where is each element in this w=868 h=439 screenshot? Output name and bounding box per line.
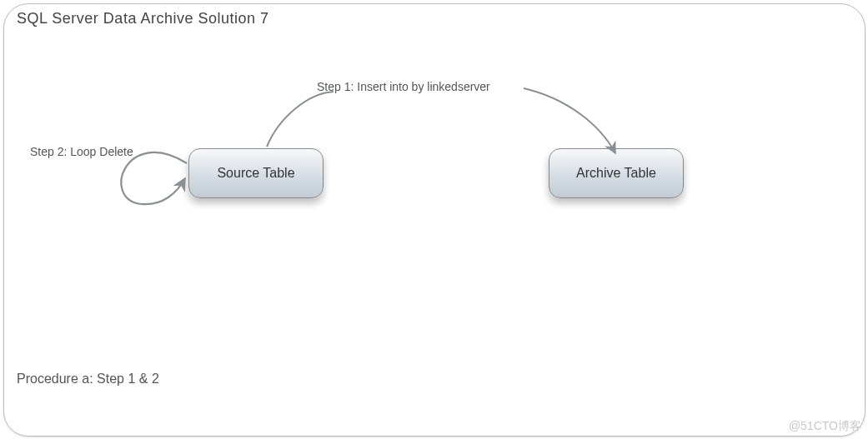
step2-label: Step 2: Loop Delete <box>30 145 133 158</box>
step1-label: Step 1: Insert into by linkedserver <box>317 80 490 93</box>
page-title: SQL Server Data Archive Solution 7 <box>17 10 268 27</box>
archive-table-label: Archive Table <box>576 166 656 181</box>
watermark: @51CTO博客 <box>789 419 861 434</box>
source-table-label: Source Table <box>217 166 294 181</box>
archive-table-node: Archive Table <box>549 148 684 198</box>
source-table-node: Source Table <box>188 148 324 198</box>
procedure-label: Procedure a: Step 1 & 2 <box>17 372 159 387</box>
